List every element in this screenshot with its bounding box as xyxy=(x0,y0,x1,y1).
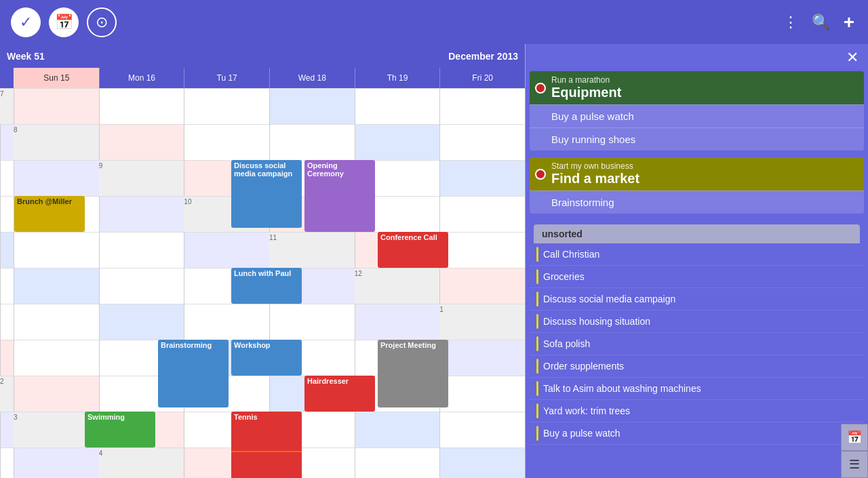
target-icon[interactable]: ⊙ xyxy=(87,7,117,37)
cal-cell[interactable] xyxy=(0,268,14,304)
cal-cell[interactable] xyxy=(99,232,184,268)
cal-cell[interactable] xyxy=(269,124,355,160)
cal-cell[interactable] xyxy=(0,232,14,268)
bottom-list-icon[interactable]: ☰ xyxy=(841,451,868,478)
goal-marathon-small-label: Run a marathon xyxy=(551,75,621,85)
cal-cell[interactable] xyxy=(14,160,99,196)
top-bar-left: ✓ 📅 ⊙ xyxy=(11,7,117,37)
cal-cell[interactable] xyxy=(355,88,440,124)
cal-cell[interactable] xyxy=(14,232,99,268)
bottom-calendar-icon[interactable]: 📅 xyxy=(841,424,868,451)
cal-cell[interactable] xyxy=(99,124,184,160)
cal-cell[interactable] xyxy=(355,447,440,478)
event-tennis[interactable]: Tennis xyxy=(231,412,302,478)
unsorted-item-4[interactable]: Discuss housing situation xyxy=(530,311,864,333)
goal-business-section: Start my own business Find a market Brai… xyxy=(530,157,864,214)
cal-cell[interactable] xyxy=(0,160,14,196)
cal-cell[interactable] xyxy=(99,268,184,304)
right-panel: ✕ Run a marathon Equipment Buy a pulse w… xyxy=(526,44,868,478)
day-header-thu: Th 19 xyxy=(355,68,440,88)
cal-cell[interactable] xyxy=(14,88,99,124)
cal-cell[interactable] xyxy=(355,124,440,160)
event-project[interactable]: Project Meeting xyxy=(378,340,448,407)
cal-cell[interactable] xyxy=(14,340,99,376)
cal-cell[interactable] xyxy=(439,412,525,447)
cal-cell[interactable] xyxy=(184,124,269,160)
cal-cell[interactable] xyxy=(0,304,14,340)
cal-cell[interactable] xyxy=(439,88,525,124)
top-bar: ✓ 📅 ⊙ ⋮ 🔍 + xyxy=(0,0,868,44)
unsorted-item-1[interactable]: Call Christian xyxy=(530,243,864,266)
event-brunch[interactable]: Brunch @Miller xyxy=(14,196,85,232)
calendar-icon[interactable]: 📅 xyxy=(49,7,79,37)
cal-cell[interactable] xyxy=(99,304,184,340)
cal-cell[interactable] xyxy=(0,340,14,376)
top-bar-right: ⋮ 🔍 + xyxy=(783,12,854,33)
event-lunch[interactable]: Lunch with Paul xyxy=(231,268,302,304)
cal-cell[interactable] xyxy=(439,160,525,196)
close-button[interactable]: ✕ xyxy=(842,47,863,68)
cal-cell[interactable] xyxy=(439,232,525,268)
goal-marathon-dot xyxy=(535,83,546,94)
goal-marathon-sub-2[interactable]: Buy running shoes xyxy=(530,127,864,151)
event-conf[interactable]: Conference Call xyxy=(378,232,448,268)
cal-cell[interactable] xyxy=(184,232,269,268)
unsorted-item-8[interactable]: Yard work: trim trees xyxy=(530,400,864,422)
cal-cell[interactable] xyxy=(355,412,440,447)
unsorted-item-3[interactable]: Discuss social media campaign xyxy=(530,288,864,311)
cal-cell[interactable] xyxy=(99,88,184,124)
cal-cell[interactable] xyxy=(439,268,525,304)
event-hairdresser[interactable]: Hairdresser xyxy=(304,376,375,412)
cal-cell[interactable] xyxy=(14,447,99,478)
unsorted-item-7[interactable]: Talk to Asim about washing machines xyxy=(530,378,864,400)
day-header-fri: Fri 20 xyxy=(439,68,525,88)
cal-cell[interactable] xyxy=(439,376,525,412)
event-workshop[interactable]: Workshop xyxy=(231,340,302,376)
cal-cell[interactable] xyxy=(439,196,525,232)
cal-cell[interactable] xyxy=(14,268,99,304)
main-layout: Week 51 December 2013 Sun 15 Mon 16 Tu 1… xyxy=(0,44,868,478)
time-label-1: 1 xyxy=(439,304,525,340)
time-label-12: 12 xyxy=(355,268,440,304)
cal-cell[interactable] xyxy=(269,88,355,124)
goal-marathon-header[interactable]: Run a marathon Equipment xyxy=(530,71,864,104)
cal-cell[interactable] xyxy=(0,196,14,232)
bottom-icons: 📅 ☰ xyxy=(841,424,868,478)
goal-business-large-label: Find a market xyxy=(551,171,639,186)
time-label-2: 2 xyxy=(0,376,14,412)
cal-cell[interactable] xyxy=(184,304,269,340)
day-header-mon: Mon 16 xyxy=(99,68,184,88)
cal-cell[interactable] xyxy=(14,376,99,412)
more-icon[interactable]: ⋮ xyxy=(783,14,798,31)
cal-cell[interactable] xyxy=(0,412,14,447)
goal-marathon-sub-1[interactable]: Buy a pulse watch xyxy=(530,104,864,127)
cal-cell[interactable] xyxy=(439,340,525,376)
cal-cell[interactable] xyxy=(355,304,440,340)
cal-cell[interactable] xyxy=(0,124,14,160)
cal-cell[interactable] xyxy=(269,304,355,340)
day-header-wed: Wed 18 xyxy=(269,68,355,88)
check-icon[interactable]: ✓ xyxy=(11,7,41,37)
unsorted-item-5[interactable]: Sofa polish xyxy=(530,333,864,355)
event-discuss[interactable]: Discuss social media campaign xyxy=(231,160,302,228)
unsorted-header: unsorted xyxy=(534,224,860,243)
event-opening[interactable]: Opening Ceremony xyxy=(304,160,375,232)
goal-business-header[interactable]: Start my own business Find a market xyxy=(530,157,864,191)
cal-cell[interactable] xyxy=(14,304,99,340)
unsorted-item-6[interactable]: Order supplements xyxy=(530,355,864,378)
time-label-8: 8 xyxy=(14,124,99,160)
cal-cell[interactable] xyxy=(184,88,269,124)
cal-cell[interactable] xyxy=(99,196,184,232)
goal-marathon-title-block: Run a marathon Equipment xyxy=(551,75,621,100)
search-icon[interactable]: 🔍 xyxy=(812,14,830,31)
event-brainstorm-cal[interactable]: Brainstorming xyxy=(158,340,229,407)
unsorted-item-2[interactable]: Groceries xyxy=(530,266,864,288)
goal-business-sub-1[interactable]: Brainstorming xyxy=(530,191,864,214)
cal-header: Week 51 December 2013 xyxy=(0,44,525,68)
cal-cell[interactable] xyxy=(0,447,14,478)
cal-cell[interactable] xyxy=(439,124,525,160)
add-icon[interactable]: + xyxy=(844,12,854,33)
event-swimming[interactable]: Swimming xyxy=(85,412,155,447)
cal-cell[interactable] xyxy=(439,447,525,478)
unsorted-item-9[interactable]: Buy a pulse watch xyxy=(530,422,864,445)
